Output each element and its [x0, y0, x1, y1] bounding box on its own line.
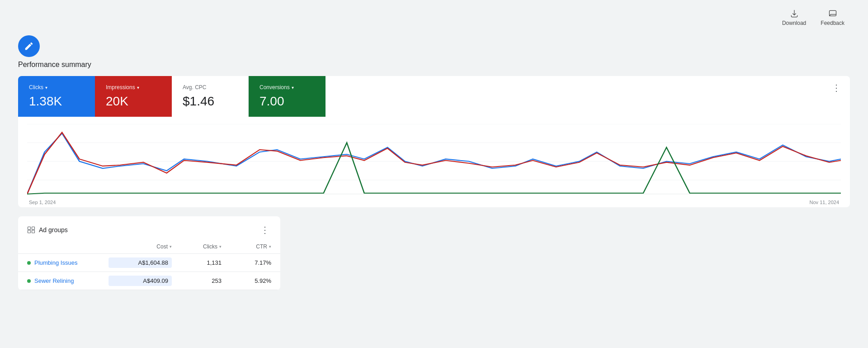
cost-sort-icon: ▾ — [170, 244, 172, 249]
avg-cpc-label: Avg. CPC — [183, 84, 237, 91]
ad-groups-icon — [27, 226, 35, 234]
status-dot-sewer — [27, 279, 31, 283]
metric-tile-impressions[interactable]: Impressions ▾ 20K — [95, 76, 172, 117]
chart-spacer: ⋮ — [326, 76, 850, 117]
chart-more-options-button[interactable]: ⋮ — [830, 81, 843, 94]
chart-end-date: Nov 11, 2024 — [810, 200, 839, 205]
edit-button[interactable] — [18, 35, 40, 57]
metric-tile-avg-cpc[interactable]: Avg. CPC $1.46 — [172, 76, 249, 117]
conversions-value: 7.00 — [259, 94, 315, 109]
ctr-sort-icon: ▾ — [269, 244, 271, 249]
metrics-row: Clicks ▾ 1.38K Impressions ▾ 20K Avg. CP… — [18, 76, 850, 117]
sewer-clicks: 253 — [172, 277, 222, 284]
row-name-plumbing: Plumbing Issues — [27, 259, 108, 266]
conversions-label: Conversions ▾ — [259, 84, 315, 91]
feedback-button[interactable]: Feedback — [815, 5, 850, 30]
svg-rect-7 — [32, 227, 35, 229]
impressions-label: Impressions ▾ — [106, 84, 161, 91]
card-header-left: Ad groups — [27, 226, 68, 234]
performance-card: Clicks ▾ 1.38K Impressions ▾ 20K Avg. CP… — [18, 76, 850, 207]
col-header-cost[interactable]: Cost ▾ — [108, 243, 172, 250]
col-header-clicks[interactable]: Clicks ▾ — [172, 243, 222, 250]
ad-groups-card: Ad groups ⋮ Cost ▾ Clicks ▾ CTR ▾ — [18, 216, 280, 290]
impressions-value: 20K — [106, 94, 161, 109]
page-title: Performance summary — [18, 61, 850, 69]
main-content: Performance summary Clicks ▾ 1.38K Impre… — [0, 35, 868, 308]
chart-dates: Sep 1, 2024 Nov 11, 2024 — [27, 200, 841, 205]
plumbing-clicks: 1,131 — [172, 259, 222, 266]
clicks-sort-icon: ▾ — [219, 244, 222, 249]
svg-rect-9 — [32, 230, 35, 233]
sewer-relining-link[interactable]: Sewer Relining — [34, 277, 74, 284]
ad-groups-title: Ad groups — [39, 226, 68, 234]
metric-tile-clicks[interactable]: Clicks ▾ 1.38K — [18, 76, 95, 117]
clicks-value: 1.38K — [29, 94, 84, 109]
avg-cpc-value: $1.46 — [183, 94, 237, 109]
row-name-sewer: Sewer Relining — [27, 277, 108, 284]
sewer-ctr: 5.92% — [222, 277, 271, 284]
impressions-dropdown-icon: ▾ — [137, 85, 139, 90]
chart-area: Sep 1, 2024 Nov 11, 2024 — [18, 117, 850, 207]
sewer-cost: A$409.09 — [108, 276, 172, 286]
svg-rect-8 — [28, 230, 31, 233]
svg-rect-6 — [28, 227, 31, 229]
clicks-dropdown-icon: ▾ — [45, 85, 47, 90]
table-header: Cost ▾ Clicks ▾ CTR ▾ — [18, 240, 280, 254]
card-header: Ad groups ⋮ — [18, 216, 280, 240]
download-label: Download — [782, 20, 806, 26]
ad-groups-more-options-button[interactable]: ⋮ — [259, 224, 271, 236]
clicks-label: Clicks ▾ — [29, 84, 84, 91]
table-row: Sewer Relining A$409.09 253 5.92% — [18, 272, 280, 290]
col-header-name — [27, 243, 108, 250]
plumbing-issues-link[interactable]: Plumbing Issues — [34, 259, 77, 266]
col-header-ctr[interactable]: CTR ▾ — [222, 243, 271, 250]
plumbing-ctr: 7.17% — [222, 259, 271, 266]
download-button[interactable]: Download — [777, 5, 811, 30]
performance-chart — [27, 124, 841, 196]
chart-start-date: Sep 1, 2024 — [29, 200, 56, 205]
plumbing-cost: A$1,604.88 — [108, 257, 172, 268]
status-dot-plumbing — [27, 261, 31, 265]
feedback-label: Feedback — [821, 20, 844, 26]
conversions-dropdown-icon: ▾ — [292, 85, 294, 90]
top-bar: Download Feedback — [0, 0, 868, 35]
ad-groups-table: Cost ▾ Clicks ▾ CTR ▾ Plumbing Issues — [18, 240, 280, 290]
metric-tile-conversions[interactable]: Conversions ▾ 7.00 — [249, 76, 326, 117]
table-row: Plumbing Issues A$1,604.88 1,131 7.17% — [18, 254, 280, 272]
